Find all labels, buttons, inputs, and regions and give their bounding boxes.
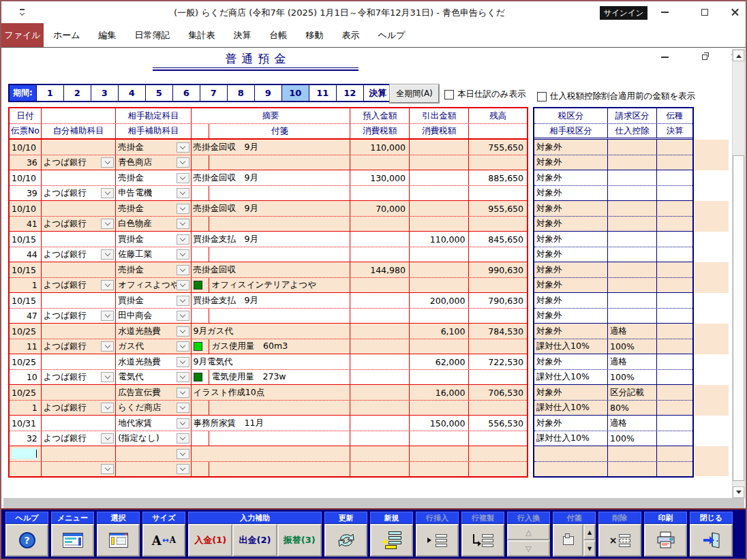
own-sub-dropdown[interactable] [101,341,114,352]
tag-spinner-up-button[interactable]: ▲ [583,524,596,540]
tag-text-cell[interactable] [209,186,350,200]
counter-sub-dropdown[interactable] [177,157,189,168]
period-month-3[interactable]: 3 [91,85,118,101]
withdrawal-cell[interactable]: 150,000 [410,416,470,431]
summary-cell[interactable]: 9月電気代 [192,354,351,369]
closing-cell[interactable] [657,217,692,231]
withdrawal-tax-cell[interactable] [410,339,470,354]
own-sub-dropdown[interactable] [101,433,114,444]
menu-item-ホーム[interactable]: ホーム [53,29,80,42]
own-sub-cell[interactable]: よつば銀行 [42,431,116,446]
deposit-cell[interactable] [350,354,410,369]
own-sub-top-cell[interactable] [42,416,116,431]
voucher-no-cell[interactable]: 47 [10,309,42,323]
summary-cell[interactable]: 売掛金回収 [192,262,351,277]
withdrawal-cell[interactable]: 110,000 [410,232,470,247]
closing-cell[interactable] [657,462,692,476]
invoice-class-cell[interactable]: 区分記載 [608,385,657,400]
withdrawal-tax-cell[interactable] [410,186,470,200]
deposit-cell[interactable] [350,324,410,339]
withdrawal-tax-cell[interactable] [410,370,470,384]
counter-account-dropdown[interactable] [177,204,189,214]
purchase-deduction-cell[interactable] [608,247,657,262]
summary-cell[interactable]: 売掛金回収 9月 [192,140,351,155]
slip-type-cell[interactable] [657,140,692,155]
tag-color-cell[interactable] [192,309,210,323]
toolbar-button-ヘルプ[interactable]: ? [5,524,48,557]
invoice-class-cell[interactable] [608,446,657,461]
deposit-tax-cell[interactable] [350,217,410,231]
withdrawal-cell[interactable] [410,262,470,277]
date-cell[interactable] [10,446,42,461]
deposit-cell[interactable] [350,293,410,308]
own-sub-dropdown[interactable] [101,311,114,321]
withdrawal-cell[interactable] [410,170,470,185]
deposit-cell[interactable] [350,232,410,247]
counter-sub-dropdown[interactable] [177,188,189,198]
closing-cell[interactable] [657,339,692,354]
voucher-no-cell[interactable] [10,462,42,476]
counter-account-dropdown[interactable] [177,142,189,153]
withdrawal-cell[interactable] [410,201,470,216]
tag-color-cell[interactable] [192,278,210,292]
counter-tax-class-cell[interactable]: 課対仕入10% [534,401,608,415]
tax-class-cell[interactable]: 対象外 [534,232,608,247]
withdrawal-tax-cell[interactable] [410,309,470,323]
voucher-no-cell[interactable]: 10 [10,370,42,384]
toolbar-button-振替(3)[interactable]: 振替(3) [277,524,322,557]
own-sub-top-cell[interactable] [42,446,116,461]
tag-text-cell[interactable] [209,401,350,415]
counter-tax-class-cell[interactable]: 課対仕入10% [534,339,608,354]
deposit-tax-cell[interactable] [350,401,410,415]
counter-account-cell[interactable]: 売掛金 [116,201,191,216]
own-sub-dropdown[interactable] [101,372,114,382]
period-month-9[interactable]: 9 [254,85,281,101]
tax-class-cell[interactable]: 対象外 [534,293,608,308]
tax-class-cell[interactable]: 対象外 [534,262,608,277]
deposit-cell[interactable]: 110,000 [350,140,410,155]
tax-class-cell[interactable]: 対象外 [534,170,608,185]
child-minimize-button[interactable] [658,50,671,64]
toolbar-button-入金(1)[interactable]: 入金(1) [188,524,232,557]
scroll-up-button[interactable] [733,50,744,61]
summary-cell[interactable]: 売掛金回収 9月 [192,201,351,216]
invoice-class-cell[interactable] [608,262,657,277]
closing-cell[interactable] [657,155,692,170]
slip-type-cell[interactable] [657,446,692,461]
period-month-6[interactable]: 6 [172,85,200,101]
counter-account-cell[interactable]: 売掛金 [116,262,191,277]
own-sub-top-cell[interactable] [42,201,116,216]
period-month-10[interactable]: 10 [281,85,309,101]
summary-cell[interactable]: 買掛金支払 9月 [192,293,351,308]
counter-sub-dropdown[interactable] [177,219,189,229]
own-sub-dropdown[interactable] [101,464,114,474]
today-only-checkbox[interactable]: 本日仕訳のみ表示 [444,89,526,100]
purchase-deduction-cell[interactable]: 80% [608,401,657,415]
withdrawal-cell[interactable]: 200,000 [410,293,470,308]
voucher-no-cell[interactable]: 32 [10,431,42,446]
tag-text-cell[interactable] [209,462,350,476]
slip-type-cell[interactable] [657,232,692,247]
tag-color-cell[interactable] [192,155,210,170]
toolbar-button-サイズ[interactable]: A↔A [142,524,185,557]
closing-cell[interactable] [657,370,692,384]
counter-tax-class-cell[interactable]: 対象外 [534,155,608,170]
toolbar-button-閉じる[interactable] [690,524,733,557]
purchase-deduction-cell[interactable]: 100% [608,339,657,354]
closing-cell[interactable] [657,401,692,415]
tax-class-cell[interactable] [534,446,608,461]
period-month-1[interactable]: 1 [36,85,63,101]
menu-item-編集[interactable]: 編集 [99,29,117,42]
toolbar-button-更新[interactable] [324,524,367,557]
scroll-down-button[interactable] [733,486,744,498]
tag-color-cell[interactable] [192,462,210,476]
deposit-tax-cell[interactable] [350,431,410,446]
own-sub-cell[interactable]: よつば銀行 [42,186,116,200]
own-sub-cell[interactable]: よつば銀行 [42,247,116,262]
own-sub-cell[interactable]: よつば銀行 [42,155,116,170]
tag-text-cell[interactable] [209,217,350,231]
counter-sub-cell[interactable]: 青色商店 [116,155,191,170]
child-restore-button[interactable] [698,50,712,64]
period-month-5[interactable]: 5 [145,85,172,101]
menu-item-移動[interactable]: 移動 [306,29,324,42]
